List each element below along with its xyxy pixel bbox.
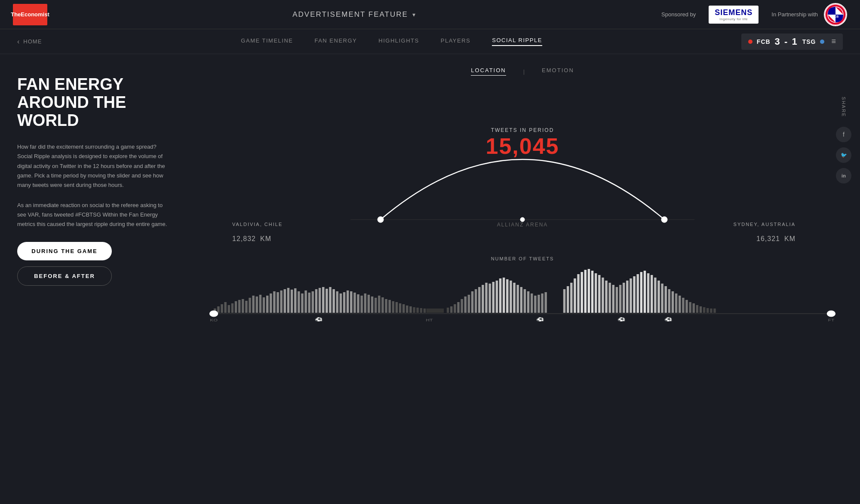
viz-area: LOCATION | EMOTION TWEETS IN PERIOD 1 xyxy=(185,54,860,504)
svg-rect-18 xyxy=(252,296,254,313)
svg-text:⚽: ⚽ xyxy=(536,317,544,321)
svg-rect-19 xyxy=(256,296,258,313)
logo-text: The xyxy=(11,11,21,18)
left-panel: FAN ENERGY AROUND THE WORLD How far did … xyxy=(0,54,185,504)
svg-rect-82 xyxy=(492,282,494,313)
score2: 1 xyxy=(792,36,798,47)
siemens-logo: SIEMENS Ingenuity for life xyxy=(709,6,759,24)
nav-links: GAME TIMELINE FAN ENERGY HIGHLIGHTS PLAY… xyxy=(241,37,542,46)
svg-rect-72 xyxy=(457,302,459,313)
svg-rect-87 xyxy=(510,281,512,313)
svg-rect-68 xyxy=(427,309,444,313)
tab-emotion[interactable]: EMOTION xyxy=(542,67,574,76)
svg-rect-30 xyxy=(294,288,296,313)
svg-rect-135 xyxy=(693,303,695,313)
economist-logo[interactable]: The Economist xyxy=(13,4,47,25)
svg-rect-55 xyxy=(381,297,384,313)
nav-social-ripple[interactable]: SOCIAL RIPPLE xyxy=(492,37,542,46)
facebook-icon[interactable]: f xyxy=(836,127,851,142)
nav-players[interactable]: PLAYERS xyxy=(441,37,471,46)
svg-rect-15 xyxy=(242,299,244,313)
during-game-button[interactable]: DURING THE GAME xyxy=(17,242,112,260)
svg-rect-96 xyxy=(541,293,543,313)
tweets-count: 15,045 xyxy=(485,133,559,159)
svg-rect-41 xyxy=(332,289,335,313)
svg-text:HT: HT xyxy=(426,318,433,321)
svg-rect-35 xyxy=(312,291,314,313)
svg-rect-78 xyxy=(478,287,480,313)
svg-text:KO: KO xyxy=(210,318,218,321)
sponsor-area: Sponsored by SIEMENS Ingenuity for life … xyxy=(661,3,847,26)
twitter-icon[interactable]: 🐦 xyxy=(836,147,851,163)
svg-rect-40 xyxy=(329,287,331,313)
svg-rect-127 xyxy=(665,286,667,313)
svg-rect-14 xyxy=(238,300,240,313)
nav-home-link[interactable]: ‹ HOME xyxy=(17,38,42,46)
svg-rect-126 xyxy=(661,284,663,313)
svg-rect-92 xyxy=(527,291,529,313)
bayern-badge: FCB xyxy=(824,3,847,26)
svg-rect-112 xyxy=(612,285,614,313)
svg-rect-48 xyxy=(357,294,359,313)
home-label: HOME xyxy=(23,38,42,45)
svg-rect-93 xyxy=(531,293,533,313)
svg-rect-91 xyxy=(524,289,526,313)
svg-rect-9 xyxy=(221,304,223,313)
tab-location[interactable]: LOCATION xyxy=(471,67,506,76)
svg-point-144 xyxy=(827,311,835,317)
svg-rect-98 xyxy=(563,289,565,313)
partner-area: In Partnership with FCB xyxy=(771,3,847,26)
svg-rect-38 xyxy=(322,287,324,313)
svg-rect-17 xyxy=(249,298,251,313)
nav-fan-energy[interactable]: FAN ENERGY xyxy=(314,37,357,46)
loc-right-unit: KM xyxy=(784,235,796,242)
svg-rect-54 xyxy=(378,296,380,313)
svg-rect-49 xyxy=(360,296,362,313)
nav-game-timeline[interactable]: GAME TIMELINE xyxy=(241,37,293,46)
linkedin-icon[interactable]: in xyxy=(836,168,851,183)
nav-highlights[interactable]: HIGHLIGHTS xyxy=(378,37,419,46)
svg-rect-23 xyxy=(270,293,272,313)
svg-rect-114 xyxy=(619,285,621,313)
svg-rect-29 xyxy=(291,290,293,313)
location-right: SYDNEY, AUSTRALIA 16,321 KM xyxy=(734,222,796,245)
before-after-button[interactable]: BEFORE & AFTER xyxy=(17,266,112,286)
svg-rect-105 xyxy=(588,269,590,313)
svg-rect-21 xyxy=(263,297,265,313)
svg-rect-138 xyxy=(703,307,705,313)
svg-rect-11 xyxy=(228,305,230,313)
svg-rect-28 xyxy=(287,288,289,313)
svg-rect-136 xyxy=(696,305,698,313)
tweets-label: TWEETS IN PERIOD xyxy=(485,127,559,133)
location-left: VALDIVIA, CHILE 12,832 KM xyxy=(232,222,283,245)
svg-rect-134 xyxy=(689,302,691,313)
svg-text:⚽: ⚽ xyxy=(617,317,626,321)
svg-rect-108 xyxy=(598,275,600,313)
svg-rect-34 xyxy=(308,293,310,313)
tweet-chart: KO ⚽ 1:0 HT ⚽ 1:1 ⚽ 2:1 ⚽ 3:1 FT xyxy=(202,266,843,321)
advert-feature[interactable]: ADVERTISEMENT FEATURE ▾ xyxy=(292,10,416,19)
svg-text:FCB: FCB xyxy=(832,15,838,18)
svg-point-143 xyxy=(210,311,218,317)
svg-rect-117 xyxy=(630,278,632,313)
score-widget: FCB 3 - 1 TSG ≡ xyxy=(741,34,843,50)
svg-rect-75 xyxy=(468,295,470,313)
logo-text2: Economist xyxy=(21,11,49,18)
svg-rect-101 xyxy=(574,278,576,313)
svg-rect-102 xyxy=(577,274,579,313)
viz-tabs: LOCATION | EMOTION xyxy=(202,67,843,76)
partner-label: In Partnership with xyxy=(771,11,818,18)
svg-rect-69 xyxy=(447,308,449,313)
title-line2: WORLD xyxy=(17,111,79,129)
score-display: 3 - 1 xyxy=(775,36,798,47)
svg-rect-115 xyxy=(623,283,625,313)
svg-rect-74 xyxy=(464,296,467,313)
loc-left-city: VALDIVIA, CHILE xyxy=(232,222,283,227)
hamburger-icon[interactable]: ≡ xyxy=(831,37,836,46)
svg-rect-95 xyxy=(538,295,540,313)
svg-rect-33 xyxy=(304,290,307,313)
svg-rect-66 xyxy=(420,308,422,313)
svg-point-4 xyxy=(378,217,384,223)
svg-rect-47 xyxy=(353,293,356,313)
top-bar: The Economist ADVERTISEMENT FEATURE ▾ Sp… xyxy=(0,0,860,29)
